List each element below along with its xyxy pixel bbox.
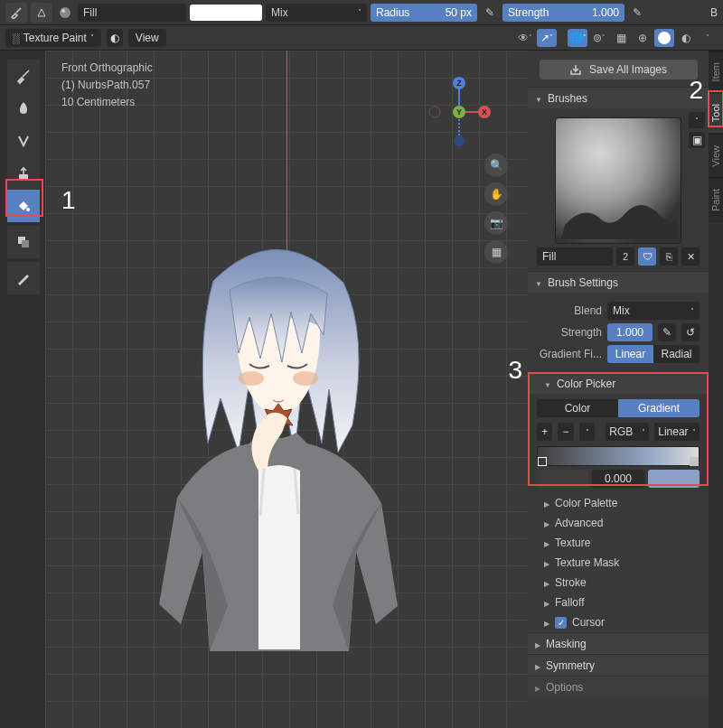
- svg-text:Z: Z: [456, 79, 462, 88]
- fake-user-icon[interactable]: 🛡: [638, 247, 656, 266]
- remove-stop-icon[interactable]: −: [558, 423, 573, 441]
- svg-rect-2: [19, 174, 28, 180]
- pan-icon[interactable]: ✋: [484, 182, 508, 206]
- svg-point-1: [61, 9, 65, 13]
- xray-icon[interactable]: ▦: [611, 29, 631, 47]
- tool-draw[interactable]: [7, 60, 40, 92]
- brush-texture-icon[interactable]: [31, 3, 52, 23]
- brushes-header[interactable]: Brushes: [528, 87, 709, 108]
- overlay-icon[interactable]: ⊚˅: [589, 29, 609, 47]
- duplicate-icon[interactable]: ⎘: [660, 247, 678, 266]
- visibility-eye-icon[interactable]: 👁˅: [515, 29, 535, 47]
- nav-gizmo[interactable]: Z X Y: [423, 76, 495, 148]
- select-arrow-icon[interactable]: ↗˅: [537, 29, 557, 47]
- brush-list-chevron-icon[interactable]: ˅: [689, 112, 705, 128]
- color-mode-dropdown[interactable]: RGB˅: [606, 423, 649, 441]
- svg-text:X: X: [482, 107, 487, 117]
- tab-paint[interactable]: Paint: [709, 177, 723, 222]
- svg-point-3: [26, 208, 30, 211]
- gradient-ramp[interactable]: [537, 446, 700, 466]
- tab-item[interactable]: Item: [709, 51, 723, 92]
- draw-mode-toggle[interactable]: ◐: [107, 29, 123, 47]
- character-illustration: [123, 227, 430, 660]
- tool-soften[interactable]: [7, 92, 40, 125]
- stop-position[interactable]: 0.000: [592, 470, 643, 488]
- shading-solid-icon[interactable]: [654, 29, 674, 47]
- strength-slider[interactable]: Strength1.000: [502, 4, 624, 22]
- tab-tool[interactable]: Tool: [709, 92, 723, 133]
- color-gradient-tabs[interactable]: ColorGradient: [537, 399, 700, 417]
- panel-advanced[interactable]: Advanced: [528, 513, 709, 533]
- camera-icon[interactable]: 📷: [484, 211, 508, 235]
- color-picker-header[interactable]: Color Picker: [528, 372, 709, 394]
- mode-dropdown[interactable]: ░Texture Paint˅: [5, 29, 101, 47]
- brush-name-field[interactable]: Fill: [537, 247, 613, 266]
- strength-field[interactable]: 1.000: [607, 323, 653, 341]
- panel-falloff[interactable]: Falloff: [528, 593, 709, 612]
- symmetry-header[interactable]: Symmetry: [528, 654, 709, 676]
- svg-point-0: [60, 7, 70, 18]
- strength-pen-icon[interactable]: ✎: [658, 323, 676, 341]
- shading-wire-icon[interactable]: ⊕: [633, 29, 653, 47]
- panel-texture-mask[interactable]: Texture Mask: [528, 553, 709, 573]
- svg-point-17: [239, 371, 264, 386]
- tool-smear[interactable]: [7, 125, 40, 157]
- viewport-overlay-text: Front Orthographic (1) NurbsPath.057 10 …: [61, 60, 153, 112]
- panel-stroke[interactable]: Stroke: [528, 573, 709, 593]
- stop-prev-swatch[interactable]: [537, 470, 588, 488]
- cursor-checkbox[interactable]: ✓: [555, 617, 567, 629]
- stop-color-swatch[interactable]: [648, 470, 700, 488]
- radius-pressure-icon[interactable]: ✎: [481, 4, 499, 22]
- svg-rect-5: [22, 240, 29, 247]
- blend-dropdown-side[interactable]: Mix˅: [607, 302, 700, 320]
- viewport-icon-row: 👁˅ ↗˅ 🌐˅ ⊚˅ ▦ ⊕ ◐ ˅: [515, 29, 718, 47]
- shading-dropdown-icon[interactable]: ˅: [698, 29, 718, 47]
- strength-pressure-icon[interactable]: ✎: [628, 4, 646, 22]
- zoom-icon[interactable]: 🔍: [484, 154, 508, 177]
- add-stop-icon[interactable]: +: [537, 423, 552, 441]
- blend-dropdown[interactable]: Mix˅: [266, 4, 367, 22]
- svg-text:Y: Y: [456, 107, 462, 117]
- stop-menu-icon[interactable]: ˅: [579, 423, 595, 441]
- brush-users-count: 2: [616, 247, 634, 266]
- sidebar: Save All Images Brushes ˅ ▣ Fill 2 🛡 ⎘ ✕…: [528, 51, 709, 728]
- brush-selector-icon[interactable]: [5, 3, 27, 23]
- masking-header[interactable]: Masking: [528, 632, 709, 654]
- brush-thumbnail-icon[interactable]: ▣: [689, 132, 705, 148]
- annotation-1: 1: [61, 186, 76, 215]
- unlink-icon[interactable]: ✕: [681, 247, 700, 266]
- brush-sphere-icon[interactable]: [56, 4, 74, 22]
- gradient-fill-mode[interactable]: LinearRadial: [607, 345, 700, 363]
- nav-buttons: 🔍 ✋ 📷 ▦: [484, 154, 508, 264]
- strength-reset-icon[interactable]: ↺: [681, 323, 700, 341]
- save-all-images-button[interactable]: Save All Images: [540, 60, 698, 79]
- annotation-3: 3: [508, 356, 522, 385]
- svg-point-12: [454, 135, 465, 146]
- header-trailing-char: B: [710, 6, 718, 19]
- right-tabs: Item Tool View Paint: [709, 51, 723, 222]
- color-swatch[interactable]: [190, 5, 262, 21]
- panel-texture[interactable]: Texture: [528, 533, 709, 553]
- gizmo-globe-icon[interactable]: 🌐˅: [568, 29, 587, 47]
- grid-icon[interactable]: ▦: [484, 240, 508, 264]
- brush-preview[interactable]: [555, 117, 681, 244]
- shading-material-icon[interactable]: ◐: [676, 29, 696, 47]
- tab-view[interactable]: View: [709, 134, 723, 178]
- view-menu[interactable]: View: [128, 29, 166, 47]
- panel-cursor[interactable]: ✓Cursor: [528, 612, 709, 632]
- panel-color-palette[interactable]: Color Palette: [528, 493, 709, 513]
- brush-name-field[interactable]: Fill: [78, 4, 186, 22]
- tool-mask[interactable]: [7, 226, 40, 258]
- options-header[interactable]: Options: [528, 676, 709, 697]
- svg-point-18: [293, 371, 318, 386]
- secondary-header: ░Texture Paint˅ ◐ View 👁˅ ↗˅ 🌐˅ ⊚˅ ▦ ⊕ ◐…: [0, 25, 723, 51]
- tool-clone[interactable]: [7, 157, 40, 190]
- radius-slider[interactable]: Radius50 px: [371, 4, 477, 22]
- top-header: Fill Mix˅ Radius50 px ✎ Strength1.000 ✎ …: [0, 0, 723, 25]
- interp-dropdown[interactable]: Linear˅: [654, 423, 700, 441]
- tool-annotate[interactable]: [7, 262, 40, 294]
- brush-settings-header[interactable]: Brush Settings: [528, 271, 709, 293]
- viewport[interactable]: Front Orthographic (1) NurbsPath.057 10 …: [45, 51, 528, 728]
- tool-fill[interactable]: [7, 190, 40, 222]
- annotation-2: 2: [689, 76, 703, 105]
